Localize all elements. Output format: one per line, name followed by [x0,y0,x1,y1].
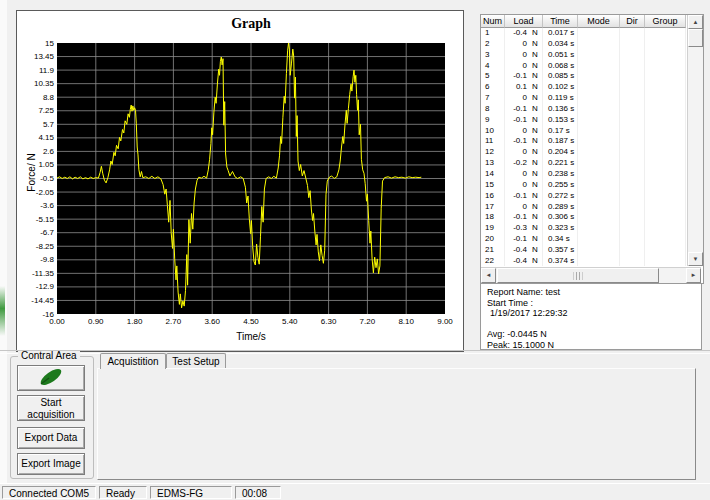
y-tick-label: -0.5 [18,174,54,183]
export-data-button[interactable]: Export Data [17,427,85,449]
results-table-body: 1-0.4N0.017 s20N0.034 s30N0.051 s40N0.06… [481,28,686,266]
table-row[interactable]: 20N0.034 s [481,39,686,50]
table-row[interactable]: 40N0.068 s [481,61,686,72]
peak-value: Peak: 15.1000 N [487,340,701,351]
table-row[interactable]: 9-0.1N0.153 s [481,115,686,126]
y-axis-ticks: 1513.4511.910.358.87.255.74.152.61.05-0.… [17,39,54,319]
x-tick-label: 8.10 [389,317,423,326]
column-header-dir[interactable]: Dir [620,15,645,28]
table-row[interactable]: 60.1N0.102 s [481,82,686,93]
plot-area[interactable] [57,43,445,314]
column-header-load[interactable]: Load [505,15,543,28]
y-tick-label: -11.35 [18,269,54,278]
y-tick-label: -3.6 [18,201,54,210]
start-time-label: Start Time : [487,298,701,309]
status-state: Ready [99,486,147,499]
results-table: NumLoadTimeModeDirGroup 1-0.4N0.017 s20N… [480,14,704,284]
report-info-panel: Report Name: test Start Time : 1/19/2017… [480,283,702,350]
leaf-icon [19,366,83,388]
graph-title: Graph [57,16,445,32]
y-tick-label: -9.8 [18,255,54,264]
x-axis-ticks: 0.000.901.802.703.604.505.406.307.208.10… [57,317,445,327]
y-tick-label: 8.8 [18,93,54,102]
table-row[interactable]: 11-0.1N0.187 s [481,136,686,147]
column-header-time[interactable]: Time [543,15,578,28]
graph-panel: Graph Force/ N 1513.4511.910.358.87.255.… [16,10,464,352]
table-row[interactable]: 1-0.4N0.017 s [481,28,686,39]
y-tick-label: 13.45 [18,52,54,61]
window-left-edge [0,0,7,500]
table-row[interactable]: 170N0.289 s [481,202,686,213]
table-row[interactable]: 18-0.1N0.306 s [481,212,686,223]
desktop-artifact [0,286,5,336]
table-row[interactable]: 21-0.4N0.357 s [481,245,686,256]
table-row[interactable]: 150N0.255 s [481,180,686,191]
table-row[interactable]: 70N0.119 s [481,93,686,104]
x-tick-label: 0.90 [79,317,113,326]
control-area-title: Contral Area [18,351,80,361]
x-tick-label: 6.30 [312,317,346,326]
scroll-left-icon[interactable]: ◄ [481,268,496,283]
status-bar: Connected COM5 Ready EDMS-FG V4.6.3 00:0… [0,483,710,500]
export-image-button[interactable]: Export Image [17,453,85,475]
table-row[interactable]: 100N0.17 s [481,126,686,137]
column-header-num[interactable]: Num [481,15,505,28]
x-tick-label: 3.60 [195,317,229,326]
y-tick-label: -14.45 [18,296,54,305]
table-row[interactable]: 16-0.1N0.272 s [481,191,686,202]
scroll-down-icon[interactable]: ▼ [688,252,703,266]
y-tick-label: 5.7 [18,120,54,129]
force-trace [57,43,421,308]
horizontal-scrollbar-thumb[interactable] [497,268,659,283]
y-tick-label: -2.05 [18,188,54,197]
table-row[interactable]: 30N0.051 s [481,50,686,61]
column-header-group[interactable]: Group [645,15,686,28]
y-tick-label: 1.05 [18,160,54,169]
y-tick-label: -8.25 [18,242,54,251]
status-version: EDMS-FG V4.6.3 [150,486,232,499]
start-acquisition-button[interactable]: Start acquisition [17,395,85,421]
y-tick-label: 11.9 [18,66,54,75]
table-row[interactable]: 22-0.4N0.374 s [481,256,686,266]
control-area-groupbox: Contral Area Start acquisition Export Da… [10,356,94,479]
tab-test-setup[interactable]: Test Setup [166,353,226,368]
scroll-up-icon[interactable]: ▲ [688,15,703,29]
y-tick-label: 10.35 [18,79,54,88]
x-tick-label: 2.70 [156,317,190,326]
x-tick-label: 7.20 [350,317,384,326]
start-time-value: 1/19/2017 12:29:32 [487,308,701,319]
y-tick-label: 2.6 [18,147,54,156]
tab-acquisition[interactable]: Acquistition [100,353,166,369]
x-tick-label: 0.00 [40,317,74,326]
table-row[interactable]: 19-0.3N0.323 s [481,223,686,234]
y-tick-label: 4.15 [18,133,54,142]
connect-button[interactable] [17,365,85,391]
y-tick-label: -6.7 [18,228,54,237]
horizontal-scrollbar[interactable]: ◄ ► [481,267,701,283]
avg-value: Avg: -0.0445 N [487,329,701,340]
table-row[interactable]: 13-0.2N0.221 s [481,158,686,169]
vertical-scrollbar-thumb[interactable] [688,29,703,47]
table-row[interactable]: 140N0.238 s [481,169,686,180]
scroll-right-icon[interactable]: ► [686,268,701,283]
x-tick-label: 1.80 [118,317,152,326]
x-tick-label: 4.50 [234,317,268,326]
x-axis-label: Time/s [57,331,445,342]
x-tick-label: 9.00 [428,317,462,326]
y-tick-label: -5.15 [18,215,54,224]
table-row[interactable]: 20-0.1N0.34 s [481,234,686,245]
y-tick-label: 15 [18,39,54,48]
x-tick-label: 5.40 [273,317,307,326]
table-row[interactable]: 120N0.204 s [481,147,686,158]
y-tick-label: -12.9 [18,282,54,291]
status-connection: Connected COM5 [2,486,96,499]
column-header-mode[interactable]: Mode [578,15,620,28]
table-row[interactable]: 5-0.1N0.085 s [481,71,686,82]
tab-page [97,368,696,480]
thumb-grip [574,272,583,280]
table-row[interactable]: 8-0.1N0.136 s [481,104,686,115]
y-tick-label: 7.25 [18,106,54,115]
table-header-row[interactable]: NumLoadTimeModeDirGroup [481,15,686,28]
vertical-scrollbar[interactable]: ▲ ▼ [687,15,703,266]
report-name-line: Report Name: test [487,287,701,298]
